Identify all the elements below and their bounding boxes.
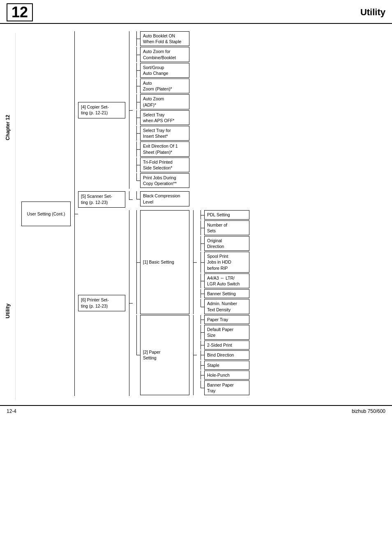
basic-origdir: OriginalDirection — [204, 236, 249, 251]
basic-item-origdir: OriginalDirection — [197, 236, 249, 251]
c6-children: [1] Basic Setting — [133, 210, 249, 396]
chapter-label: Chapter 12 — [5, 115, 11, 140]
c4-item-2: Auto Zoom forCombine/Booklet — [133, 47, 189, 62]
c4-item-sort-group: Sort/GroupAuto Change — [140, 63, 189, 78]
paper-item-size: Default PaperSize — [197, 325, 249, 340]
tree-root: User Setting (Cont.) [4] Copier Set-ting… — [21, 31, 386, 396]
main-content: User Setting (Cont.) [4] Copier Set-ting… — [16, 24, 392, 417]
c4-item-auto-zoom-combine: Auto Zoom forCombine/Booklet — [140, 47, 189, 62]
paper-item-binddir: Bind Direction — [197, 350, 249, 359]
paper-binddir: Bind Direction — [204, 350, 249, 359]
c6-box: [6] Printer Set-ting (p. 12-23) — [78, 295, 125, 311]
utility-side-label: Utility — [5, 303, 11, 318]
paper-setting-row: [2] PaperSetting — [133, 315, 249, 396]
paper-tray: Paper Tray — [204, 315, 249, 324]
c5-box-wrap: [5] Scanner Set-ting (p. 12-23) — [78, 191, 125, 208]
basic-item-admin: Admin. NumberText Density — [197, 299, 249, 314]
c4-item-8: Exit Direction Of 1Sheet (Platen)* — [133, 141, 189, 156]
conn-c4 — [125, 31, 133, 189]
c4-children: Auto Booklet ONWhen Fold & Staple Auto Z… — [133, 31, 189, 189]
user-setting-box: User Setting (Cont.) — [21, 31, 71, 396]
basic-setting-box: [1] Basic Setting — [140, 210, 189, 314]
basic-spool: Spool PrintJobs in HDDbefore RIP — [204, 252, 249, 273]
paper-size: Default PaperSize — [204, 325, 249, 340]
basic-banner: Banner Setting — [204, 289, 249, 298]
basic-setting-row: [1] Basic Setting — [133, 210, 249, 314]
c4-item-10: Print Jobs DuringCopy Operation** — [133, 173, 189, 188]
c4-item-5: Auto Zoom(ADF)* — [133, 94, 189, 109]
basic-item-numsets: Number ofSets — [197, 220, 249, 235]
c4-item-auto-zoom-platen: AutoZoom (Platen)* — [140, 79, 189, 93]
product-name: bizhub 750/600 — [352, 408, 385, 414]
basic-a4a3: A4/A3 ↔ LTR/LGR Auto Switch — [204, 273, 249, 288]
paper-2sided: 2-Sided Print — [204, 341, 249, 350]
chapter-number: 12 — [7, 3, 33, 21]
basic-pdl: PDL Setting — [204, 210, 249, 219]
c4-item-4: AutoZoom (Platen)* — [133, 79, 189, 93]
conn-basic — [189, 210, 197, 314]
c4-item-print-jobs: Print Jobs DuringCopy Operation** — [140, 173, 189, 188]
paper-children: Paper Tray Default PaperSize — [197, 315, 249, 396]
header: 12 Utility — [0, 0, 392, 24]
printer-setting-group: [6] Printer Set-ting (p. 12-23) — [78, 210, 249, 396]
c4-item-1: Auto Booklet ONWhen Fold & Staple — [133, 31, 189, 46]
basic-item-pdl: PDL Setting — [197, 210, 249, 219]
basic-item-a4a3: A4/A3 ↔ LTR/LGR Auto Switch — [197, 273, 249, 288]
paper-banner-tray: Banner PaperTray — [204, 380, 249, 395]
scanner-setting-group: [5] Scanner Set-ting (p. 12-23) Black C — [78, 191, 249, 208]
col1-group: User Setting (Cont.) — [21, 31, 78, 396]
user-setting-label: User Setting (Cont.) — [21, 202, 71, 226]
conn-1-2 — [71, 31, 78, 396]
conn-c6 — [125, 210, 133, 396]
basic-item-banner: Banner Setting — [197, 289, 249, 298]
c5-item-black-compression: Black CompressionLevel — [140, 191, 189, 206]
paper-staple: Staple — [204, 361, 249, 370]
c4-item-select-tray-insert: Select Tray forInsert Sheet* — [140, 126, 189, 141]
basic-children: PDL Setting Number ofSets — [197, 210, 249, 314]
col2-group: [4] Copier Set-ting (p. 12-21) — [78, 31, 249, 396]
basic-item-spool: Spool PrintJobs in HDDbefore RIP — [197, 252, 249, 273]
page-number: 12-4 — [7, 408, 16, 414]
c6-box-wrap: [6] Printer Set-ting (p. 12-23) — [78, 210, 125, 396]
c4-item-auto-booklet: Auto Booklet ONWhen Fold & Staple — [140, 31, 189, 46]
basic-admin: Admin. NumberText Density — [204, 299, 249, 314]
c4-box: [4] Copier Set-ting (p. 12-21) — [78, 102, 125, 118]
c4-item-7: Select Tray forInsert Sheet* — [133, 126, 189, 141]
c4-item-3: Sort/GroupAuto Change — [133, 63, 189, 78]
basic-numsets: Number ofSets — [204, 220, 249, 235]
c4-item-6: Select Traywhen APS OFF* — [133, 110, 189, 125]
copier-setting-group: [4] Copier Set-ting (p. 12-21) — [78, 31, 249, 189]
c4-item-trifold: Tri-Fold PrintedSide Selection* — [140, 158, 189, 172]
c4-box-wrap: [4] Copier Set-ting (p. 12-21) — [78, 31, 125, 189]
side-panel: Chapter 12 Utility — [0, 33, 16, 400]
paper-item-banner: Banner PaperTray — [197, 380, 249, 395]
c4-item-exit-direction: Exit Direction Of 1Sheet (Platen)* — [140, 141, 189, 156]
paper-item-2sided: 2-Sided Print — [197, 341, 249, 350]
paper-holepunch: Hole-Punch — [204, 371, 249, 380]
c5-children: Black CompressionLevel — [133, 191, 189, 208]
c4-item-auto-zoom-adf: Auto Zoom(ADF)* — [140, 94, 189, 109]
conn-paper — [189, 315, 197, 396]
footer: 12-4 bizhub 750/600 — [0, 405, 392, 417]
c5-box: [5] Scanner Set-ting (p. 12-23) — [78, 191, 125, 208]
page-title: Utility — [360, 7, 385, 18]
paper-item-tray: Paper Tray — [197, 315, 249, 324]
paper-setting-box: [2] PaperSetting — [140, 315, 189, 396]
paper-item-holepunch: Hole-Punch — [197, 371, 249, 380]
paper-item-staple: Staple — [197, 361, 249, 370]
c5-item-1: Black CompressionLevel — [133, 191, 189, 206]
conn-c5 — [125, 191, 133, 208]
c4-item-select-tray-aps: Select Traywhen APS OFF* — [140, 110, 189, 125]
c4-item-9: Tri-Fold PrintedSide Selection* — [133, 158, 189, 172]
page: 12 Utility Chapter 12 Utility User Setti… — [0, 0, 392, 417]
